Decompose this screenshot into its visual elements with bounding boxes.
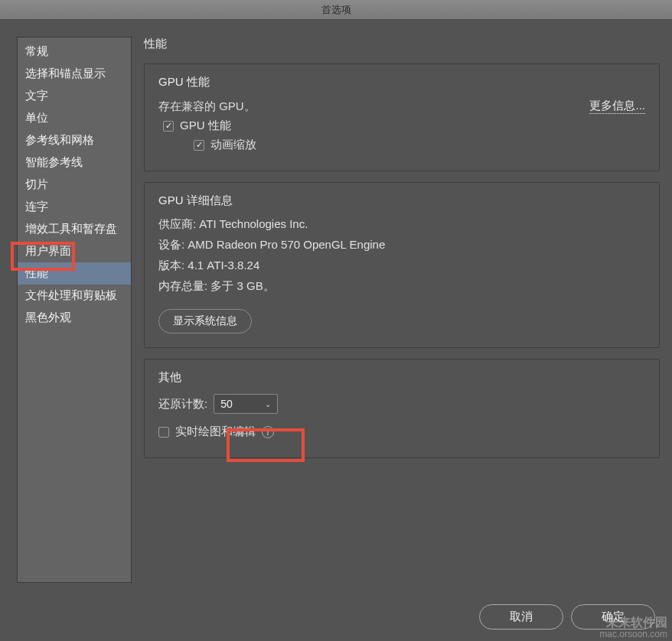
undo-count-label: 还原计数:	[158, 397, 207, 412]
gpu-details-panel: GPU 详细信息 供应商: ATI Technologies Inc. 设备: …	[144, 182, 660, 348]
watermark: 未来软件园 mac.orsoon.com	[599, 616, 667, 639]
cancel-button[interactable]: 取消	[479, 604, 563, 630]
info-icon[interactable]: i	[262, 426, 274, 438]
sidebar-item-plugins-scratch[interactable]: 增效工具和暂存盘	[18, 218, 131, 240]
dialog-footer: 取消 确定	[0, 592, 672, 641]
gpu-performance-title: GPU 性能	[158, 75, 645, 89]
more-info-link[interactable]: 更多信息...	[589, 99, 645, 114]
vendor-value: ATI Technologies Inc.	[199, 217, 308, 230]
device-label: 设备:	[158, 238, 184, 251]
preferences-sidebar: 常规 选择和锚点显示 文字 单位 参考线和网格 智能参考线 切片 连字 增效工具…	[17, 37, 132, 583]
gpu-performance-panel: GPU 性能 存在兼容的 GPU。 更多信息... GPU 性能 动画缩放	[144, 63, 660, 171]
sidebar-item-file-clipboard[interactable]: 文件处理和剪贴板	[18, 285, 131, 307]
memory-label: 内存总量:	[158, 279, 207, 292]
window-title: 首选项	[321, 4, 351, 15]
sidebar-item-performance[interactable]: 性能	[18, 262, 131, 285]
version-value: 4.1 ATI-3.8.24	[188, 259, 259, 272]
sidebar-item-general[interactable]: 常规	[18, 41, 131, 63]
other-title: 其他	[158, 370, 645, 385]
sidebar-item-slices[interactable]: 切片	[18, 174, 131, 196]
sidebar-item-type[interactable]: 文字	[18, 85, 131, 107]
sidebar-item-smart-guides[interactable]: 智能参考线	[18, 151, 131, 174]
sidebar-item-user-interface[interactable]: 用户界面	[18, 240, 131, 262]
gpu-compat-text: 存在兼容的 GPU。	[158, 99, 256, 114]
realtime-draw-label: 实时绘图和编辑	[175, 425, 256, 439]
undo-count-select[interactable]: 50 ⌄	[214, 394, 278, 414]
chevron-down-icon: ⌄	[265, 400, 271, 408]
gpu-performance-checkbox-label: GPU 性能	[180, 119, 231, 133]
version-label: 版本:	[158, 259, 184, 272]
realtime-draw-checkbox[interactable]	[158, 427, 169, 438]
undo-count-value: 50	[220, 398, 233, 410]
vendor-label: 供应商:	[158, 217, 196, 230]
gpu-performance-checkbox[interactable]	[163, 121, 174, 132]
sidebar-item-guides-grid[interactable]: 参考线和网格	[18, 129, 131, 151]
gpu-details-title: GPU 详细信息	[158, 194, 645, 208]
page-title: 性能	[144, 37, 660, 51]
sidebar-item-hyphenation[interactable]: 连字	[18, 196, 131, 218]
device-value: AMD Radeon Pro 570 OpenGL Engine	[188, 238, 385, 251]
animated-zoom-checkbox[interactable]	[194, 140, 204, 151]
sidebar-item-black-appearance[interactable]: 黑色外观	[18, 307, 131, 329]
other-panel: 其他 还原计数: 50 ⌄ 实时绘图和编辑 i	[144, 359, 660, 458]
sidebar-item-selection-anchor[interactable]: 选择和锚点显示	[18, 63, 131, 85]
window-titlebar: 首选项	[0, 0, 672, 20]
memory-value: 多于 3 GB。	[210, 279, 274, 292]
show-system-info-button[interactable]: 显示系统信息	[158, 309, 252, 334]
sidebar-item-units[interactable]: 单位	[18, 107, 131, 129]
animated-zoom-checkbox-label: 动画缩放	[210, 138, 256, 152]
